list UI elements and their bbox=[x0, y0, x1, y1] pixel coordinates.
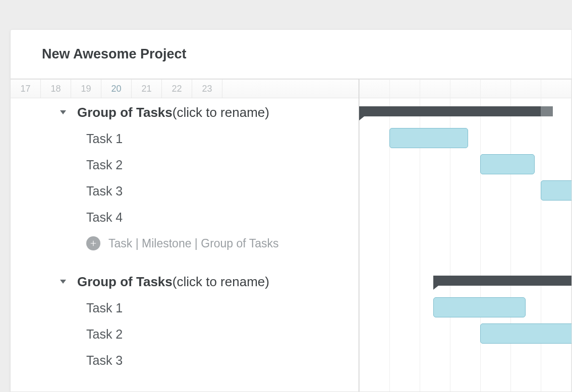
group-rename-hint[interactable]: (click to rename) bbox=[173, 105, 269, 120]
task-row[interactable]: Task 4 bbox=[11, 204, 359, 230]
task-bar-row bbox=[359, 321, 571, 347]
task-bar[interactable] bbox=[541, 180, 571, 201]
plus-icon[interactable] bbox=[86, 236, 100, 250]
task-bar-row bbox=[359, 178, 571, 204]
task-bar[interactable] bbox=[389, 128, 468, 148]
group-bar[interactable] bbox=[359, 106, 541, 116]
add-item-row[interactable]: Task | Milestone | Group of Tasks bbox=[11, 230, 359, 256]
chevron-down-icon[interactable] bbox=[60, 110, 66, 114]
project-title[interactable]: New Awesome Project bbox=[42, 46, 187, 62]
task-bar-row bbox=[359, 295, 571, 321]
group-bar-row bbox=[359, 99, 571, 125]
group-bar-cap bbox=[541, 106, 553, 116]
task-row[interactable]: Task 1 bbox=[11, 295, 359, 321]
chevron-down-icon[interactable] bbox=[60, 280, 66, 284]
group-rename-hint[interactable]: (click to rename) bbox=[173, 274, 269, 290]
group-header[interactable]: Group of Tasks (click to rename) bbox=[11, 269, 359, 295]
task-row[interactable]: Task 2 bbox=[11, 321, 359, 347]
task-row[interactable]: Task 3 bbox=[11, 347, 359, 373]
timeline-panel[interactable] bbox=[359, 79, 571, 391]
task-row[interactable]: Task 2 bbox=[11, 152, 359, 178]
group-bar[interactable] bbox=[433, 276, 571, 286]
add-item-label: Task | Milestone | Group of Tasks bbox=[108, 237, 279, 250]
task-bar-row bbox=[359, 347, 571, 373]
task-row[interactable]: Task 3 bbox=[11, 178, 359, 204]
task-bar-row bbox=[359, 152, 571, 178]
task-bar[interactable] bbox=[480, 323, 571, 344]
group-header[interactable]: Group of Tasks (click to rename) bbox=[11, 99, 359, 125]
task-bar-row bbox=[359, 204, 571, 230]
task-bar-row bbox=[359, 125, 571, 152]
task-row[interactable]: Task 1 bbox=[11, 125, 359, 152]
group-bar-row bbox=[359, 269, 571, 295]
top-bar: New Awesome Project bbox=[11, 30, 571, 79]
group-label[interactable]: Group of Tasks bbox=[77, 274, 173, 290]
timeline-bars bbox=[359, 99, 571, 373]
task-bar[interactable] bbox=[480, 154, 535, 174]
group-label[interactable]: Group of Tasks bbox=[77, 105, 173, 120]
task-list-panel: Group of Tasks (click to rename)Task 1Ta… bbox=[11, 79, 359, 391]
task-bar[interactable] bbox=[433, 297, 526, 317]
project-title-cell[interactable]: New Awesome Project bbox=[11, 30, 359, 79]
app-frame: New Awesome Project 17181920212223 Group… bbox=[10, 29, 572, 392]
